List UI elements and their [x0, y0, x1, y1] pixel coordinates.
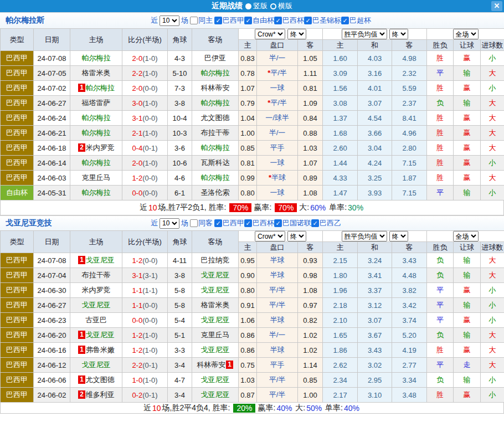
- score-cell: 1-1(0-0): [122, 298, 168, 313]
- avg-home-cell: 3.08: [323, 96, 358, 111]
- col-home: 主场: [70, 29, 122, 51]
- league-filter[interactable]: ✓巴西杯: [244, 218, 274, 228]
- goals-cell: 大: [481, 111, 504, 126]
- score-cell: 3-1(0-0): [122, 111, 168, 126]
- summary-segment: 大:: [299, 203, 309, 213]
- league-filter-label: 巴圣锦标: [312, 16, 341, 25]
- team-name: 古亚巴: [85, 316, 107, 324]
- odds-time-select[interactable]: 终: [287, 231, 306, 241]
- layout-radio-horizontal[interactable]: 横版: [270, 1, 292, 11]
- league-filter[interactable]: ✓巴西杯: [274, 16, 304, 25]
- goals-cell: 大: [481, 66, 504, 81]
- team-name: 格雷米奥: [82, 69, 111, 77]
- col-score: 比分(半场): [122, 231, 168, 253]
- odds-source-select[interactable]: Crow*: [255, 29, 285, 39]
- league-filter[interactable]: ✓巴国诺联: [274, 218, 311, 228]
- odds-time-select[interactable]: 终: [287, 29, 306, 39]
- league-filter[interactable]: ✓巴西乙: [311, 218, 341, 228]
- checkbox-checked-icon[interactable]: ✓: [214, 219, 222, 227]
- match-row: 自由杯24-05-31帕尔梅拉0-0(0-0)6-1圣洛伦索0.80一球1.08…: [1, 186, 504, 200]
- away-odds-cell: 1.11: [298, 66, 323, 81]
- handicap-cell: 平/半: [257, 373, 298, 388]
- league-filter[interactable]: ✓巴西甲: [214, 218, 244, 228]
- goals-cell: 小: [481, 298, 504, 313]
- away-team-cell: 科林蒂安1: [192, 358, 239, 373]
- avg-draw-cell: 3.37: [358, 283, 392, 298]
- odds-source-select[interactable]: Crow*: [255, 231, 285, 241]
- avg-source-select[interactable]: 胜平负均值: [342, 231, 387, 241]
- layout-radio-vertical[interactable]: 竖版: [245, 1, 268, 11]
- team-name: 帕尔梅拉: [201, 99, 230, 107]
- result-cell: 负: [427, 96, 454, 111]
- checkbox-checked-icon[interactable]: ✓: [341, 17, 349, 24]
- goals-cell: 大: [481, 141, 504, 156]
- league-filter[interactable]: ✓自由杯: [244, 16, 274, 25]
- radio-selected-icon[interactable]: [245, 3, 251, 9]
- same-venue-filter[interactable]: 同主: [190, 16, 213, 25]
- home-team-cell: 古亚巴: [70, 313, 122, 328]
- home-odds-cell: 0.81: [239, 156, 257, 171]
- avg-home-cell: 1.96: [323, 283, 358, 298]
- home-odds-cell: 0.95: [239, 253, 257, 268]
- checkbox-unchecked-icon[interactable]: [190, 219, 198, 227]
- league-cell: 巴西甲: [1, 81, 34, 96]
- same-venue-filter[interactable]: 同客: [190, 218, 213, 228]
- fullmatch-select[interactable]: 全场: [453, 29, 479, 39]
- team-name: 戈亚尼亚: [201, 271, 230, 279]
- handicap-cell: 平/半: [257, 283, 298, 298]
- result-cell: 负: [427, 328, 454, 343]
- home-team-cell: 1弗鲁米嫩: [70, 343, 122, 358]
- col-avg-draw: 和: [358, 40, 392, 51]
- away-odds-cell: 0.89: [298, 171, 323, 186]
- avg-time-select[interactable]: 终: [389, 231, 408, 241]
- fullmatch-select[interactable]: 全场: [453, 231, 479, 241]
- checkbox-checked-icon[interactable]: ✓: [304, 17, 312, 24]
- home-team-cell: 1戈亚尼亚: [70, 328, 122, 343]
- league-filter[interactable]: ✓巴圣锦标: [304, 16, 341, 25]
- home-team-cell: 布拉干蒂: [70, 268, 122, 283]
- home-team-cell: 帕尔梅拉: [70, 51, 122, 66]
- checkbox-checked-icon[interactable]: ✓: [214, 17, 222, 24]
- league-filter[interactable]: ✓巴超杯: [341, 16, 371, 25]
- match-count-select[interactable]: 10: [160, 16, 179, 26]
- result-cell: 平: [427, 313, 454, 328]
- match-row: 巴西甲24-07-021帕尔梅拉2-0(0-0)7-3科林蒂安1.07一球0.8…: [1, 81, 504, 96]
- league-cell: 巴西甲: [1, 268, 34, 283]
- score-cell: 0-0(0-0): [122, 186, 168, 200]
- handicap-result-cell: 输: [454, 186, 481, 200]
- date-cell: 24-05-31: [34, 186, 70, 200]
- checkbox-unchecked-icon[interactable]: [190, 17, 198, 24]
- score-cell: 0-2(0-1): [122, 388, 168, 403]
- handicap-cell: 平手: [257, 358, 298, 373]
- score-cell: 1-2(0-0): [122, 253, 168, 268]
- close-icon[interactable]: ✕: [491, 1, 502, 11]
- league-cell: 巴西甲: [1, 328, 34, 343]
- radio-horizontal-label: 横版: [278, 1, 292, 11]
- goals-cell: 小: [481, 373, 504, 388]
- goals-cell: 大: [481, 96, 504, 111]
- checkbox-checked-icon[interactable]: ✓: [274, 219, 282, 227]
- avg-time-select[interactable]: 终: [389, 29, 408, 39]
- checkbox-checked-icon[interactable]: ✓: [244, 219, 252, 227]
- league-cell: 巴西甲: [1, 171, 34, 186]
- away-odds-cell: 1.05: [298, 51, 323, 66]
- away-team-cell: 巴拉纳竞: [192, 253, 239, 268]
- team-name: 戈亚尼亚: [201, 316, 230, 324]
- team-name: 尤文图德: [201, 114, 230, 122]
- avg-source-select[interactable]: 胜平负均值: [342, 29, 387, 39]
- avg-home-cell: 1.80: [323, 268, 358, 283]
- goals-cell: 小: [481, 388, 504, 403]
- checkbox-checked-icon[interactable]: ✓: [311, 219, 319, 227]
- team-name: 布拉干蒂: [201, 128, 230, 137]
- radio-unselected-icon[interactable]: [270, 3, 276, 9]
- match-count-select[interactable]: 10: [160, 218, 179, 229]
- checkbox-checked-icon[interactable]: ✓: [274, 17, 282, 24]
- corner-cell: 5-4: [168, 313, 192, 328]
- match-row: 巴西甲24-06-182米内罗竞0-4(0-1)3-6帕尔梅拉0.85平手1.0…: [1, 141, 504, 156]
- away-odds-cell: 0.82: [298, 313, 323, 328]
- league-filter[interactable]: ✓巴西甲: [214, 16, 244, 25]
- team-name: 瓦斯科达: [201, 158, 230, 167]
- checkbox-checked-icon[interactable]: ✓: [244, 17, 252, 24]
- result-cell: 负: [427, 253, 454, 268]
- handicap-cell: 平/半: [257, 388, 298, 403]
